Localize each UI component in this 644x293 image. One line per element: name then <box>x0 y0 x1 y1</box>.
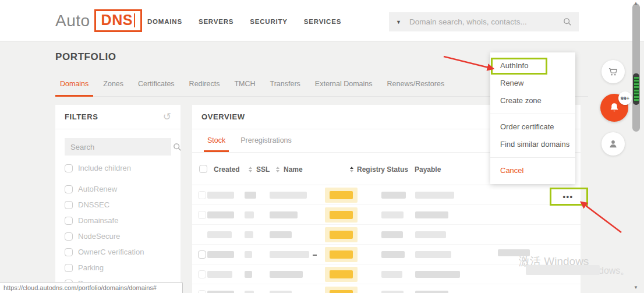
filter-autorenew[interactable]: AutoRenew <box>65 181 171 197</box>
tab-zones[interactable]: Zones <box>98 76 128 97</box>
top-navigation: DOMAINS SERVERS SECURITY SERVICES <box>147 18 341 25</box>
tab-transfers[interactable]: Transfers <box>266 76 305 97</box>
global-search-box[interactable]: ▼ <box>389 12 579 31</box>
browser-status-bar: https://cloud.autodns.com/portfolio/doma… <box>0 282 183 293</box>
column-header-ssl[interactable]: SSL <box>256 165 270 174</box>
scrollbar-down-arrow[interactable]: ▼ <box>634 285 638 290</box>
filter-parking[interactable]: Parking <box>65 260 171 276</box>
menu-item-renew[interactable]: Renew <box>490 75 575 92</box>
filter-domainsafe[interactable]: Domainsafe <box>65 213 171 228</box>
arrow-to-authinfo <box>444 57 493 69</box>
scrollbar-track[interactable] <box>632 3 640 132</box>
row-actions-context-menu: AuthInfo Renew Create zone Order certifi… <box>490 52 575 184</box>
nav-item-security[interactable]: SECURITY <box>250 18 288 25</box>
filters-header: FILTERS ↺ <box>55 105 181 129</box>
redacted-name <box>270 251 309 258</box>
logo-dns-box: DNS <box>94 9 142 32</box>
redacted-created <box>207 271 232 278</box>
menu-item-authinfo[interactable]: AuthInfo <box>490 57 575 75</box>
registry-status-badge <box>325 287 358 293</box>
filter-options: Include children AutoRenew DNSSEC Domain… <box>55 160 181 291</box>
scrollbar-up-arrow[interactable]: ▲ <box>634 1 638 6</box>
menu-item-create-zone[interactable]: Create zone <box>490 92 575 110</box>
row-actions-button[interactable]: ••• <box>552 190 584 203</box>
table-row[interactable] <box>192 185 581 205</box>
menu-item-order-certificate[interactable]: Order certificate <box>490 118 575 136</box>
nav-item-servers[interactable]: SERVERS <box>199 18 233 25</box>
scrollbar-thumb[interactable] <box>633 73 639 105</box>
table-row[interactable] <box>192 284 581 293</box>
account-button[interactable] <box>601 132 625 156</box>
row-checkbox[interactable] <box>198 270 206 278</box>
checkbox-icon[interactable] <box>65 201 73 209</box>
filter-nodesecure[interactable]: NodeSecure <box>65 228 171 244</box>
tab-domains[interactable]: Domains <box>55 76 93 97</box>
tab-stock[interactable]: Stock <box>204 129 229 152</box>
registry-status-badge <box>325 247 358 262</box>
checkbox-icon[interactable] <box>65 248 73 256</box>
row-checkbox[interactable] <box>198 290 206 293</box>
checkbox-icon[interactable] <box>65 217 73 225</box>
redacted-payable <box>381 291 404 293</box>
filters-search-icon[interactable] <box>173 143 182 151</box>
tab-external-domains[interactable]: External Domains <box>310 76 377 97</box>
sort-icon[interactable] <box>249 167 252 172</box>
filter-ownerc-verification[interactable]: OwnerC verification <box>65 244 171 260</box>
tab-preregistrations[interactable]: Preregistrations <box>237 129 295 152</box>
filters-panel: FILTERS ↺ Include children AutoRenew DNS… <box>55 105 181 293</box>
menu-item-cancel[interactable]: Cancel <box>490 162 575 179</box>
redacted-dash <box>313 255 317 256</box>
redacted-payable <box>381 231 403 238</box>
cart-button[interactable] <box>601 60 625 83</box>
select-all-checkbox[interactable] <box>199 165 207 173</box>
redacted-ssl <box>245 251 252 258</box>
table-row[interactable] <box>192 225 581 245</box>
sort-icon[interactable] <box>276 167 279 172</box>
checkbox-icon[interactable] <box>65 264 73 272</box>
scrollbar-thumb-stripes <box>634 77 639 101</box>
redacted-created <box>207 291 234 293</box>
menu-item-find-similar-domains[interactable]: Find similar domains <box>490 136 575 153</box>
table-row[interactable] <box>192 205 581 225</box>
autodns-logo[interactable]: Auto DNS <box>55 9 142 32</box>
redacted-payable <box>415 271 460 278</box>
redacted-payable <box>415 211 448 218</box>
redacted-ssl <box>245 211 254 218</box>
redacted-created <box>207 192 234 199</box>
windows-activation-watermark-line2: dows。 <box>599 265 629 277</box>
filter-dnssec[interactable]: DNSSEC <box>65 197 171 213</box>
global-search-input[interactable] <box>409 17 563 26</box>
redacted-name <box>270 291 292 293</box>
tab-tmch[interactable]: TMCH <box>229 76 260 97</box>
tab-certificates[interactable]: Certificates <box>133 76 179 97</box>
row-checkbox[interactable] <box>198 211 206 219</box>
menu-divider <box>490 114 575 114</box>
checkbox-icon[interactable] <box>65 164 73 172</box>
reset-filters-icon[interactable]: ↺ <box>163 112 171 122</box>
search-scope-dropdown-icon[interactable]: ▼ <box>396 19 401 25</box>
search-icon[interactable] <box>563 17 572 26</box>
redacted-created <box>207 211 234 218</box>
column-header-registry-status[interactable]: Registry Status <box>357 165 408 174</box>
checkbox-icon[interactable] <box>65 232 73 241</box>
nav-item-domains[interactable]: DOMAINS <box>147 18 182 25</box>
filters-search-input[interactable] <box>70 143 173 151</box>
redacted-created <box>207 251 234 258</box>
filter-include-children[interactable]: Include children <box>65 160 171 176</box>
redacted-watermark-pill <box>526 265 600 275</box>
row-checkbox[interactable] <box>198 250 206 259</box>
tab-redirects[interactable]: Redirects <box>185 76 225 97</box>
redacted-created <box>207 231 232 238</box>
redacted-name <box>270 211 298 218</box>
column-header-name[interactable]: Name <box>284 165 303 174</box>
filters-search-box[interactable] <box>65 138 171 156</box>
row-checkbox[interactable] <box>198 191 206 199</box>
nav-item-services[interactable]: SERVICES <box>304 18 341 25</box>
sort-icon-active[interactable] <box>350 167 353 172</box>
column-header-created[interactable]: Created <box>214 165 240 174</box>
checkbox-icon[interactable] <box>65 185 73 193</box>
redacted-payable <box>415 251 451 258</box>
logo-text-dns: DNS <box>101 12 133 29</box>
column-header-payable[interactable]: Payable <box>415 165 441 174</box>
tab-renews-restores[interactable]: Renews/Restores <box>383 76 450 97</box>
